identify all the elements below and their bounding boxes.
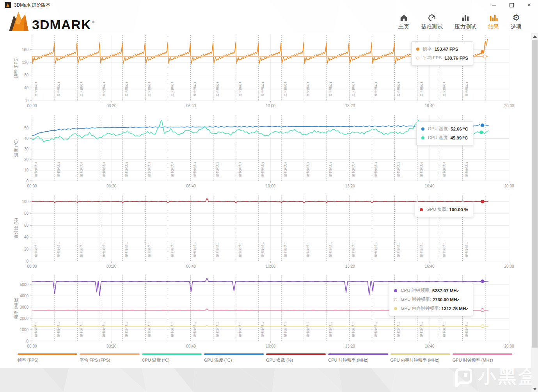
legend-value: 100.00 % [449,207,468,212]
svg-text:13:20: 13:20 [345,184,355,188]
options-icon: ⚙ [512,13,520,22]
svg-text:50: 50 [24,126,29,130]
svg-text:13:20: 13:20 [345,104,355,108]
svg-text:00:00: 00:00 [27,104,37,108]
series-dot-icon [420,208,423,211]
chart-1-legend-tooltip: 帧率: 153.47 FPS 平均 FPS: 138.76 FPS [411,41,474,65]
nav-item-results[interactable]: 结果 [488,13,499,30]
svg-text:16:40: 16:40 [425,264,435,268]
window-title: 3DMark 进阶版本 [14,2,50,9]
3dmark-flame-icon [8,12,30,31]
legend-row: CPU 温度: 45.99 °C [421,133,468,142]
svg-text:0: 0 [26,339,28,343]
svg-text:16:40: 16:40 [425,344,435,348]
bottom-legend-item-3[interactable]: GPU 温度 (°C) [204,353,264,363]
results-icon [489,13,498,22]
legend-label: 帧率: [423,46,433,52]
vertical-scrollbar[interactable] [531,34,538,392]
nav-item-label: 主页 [398,23,409,30]
series-color-bar [453,353,512,355]
svg-text:10:00: 10:00 [266,184,275,188]
legend-value: 1312.75 MHz [442,306,468,311]
svg-text:13:20: 13:20 [345,344,355,348]
chart-3-legend-tooltip: GPU 负载: 100.00 % [415,202,473,217]
series-dot-icon [421,127,424,131]
registered-mark: ® [92,20,94,24]
series-color-bar [18,353,77,355]
series-color-bar [80,353,139,355]
svg-text:20:00: 20:00 [504,104,514,108]
svg-text:10:00: 10:00 [266,104,275,108]
svg-text:4000: 4000 [20,294,29,298]
bottom-legend-item-5[interactable]: CPU 时钟频率 (MHz) [328,353,388,363]
series-dot-icon [394,298,397,301]
series-color-bar [204,353,264,355]
series-dot-icon [394,289,397,292]
nav-item-label: 基准测试 [421,23,443,30]
series-dot-icon [421,136,424,139]
svg-text:06:40: 06:40 [186,344,196,348]
svg-text:0: 0 [26,99,28,103]
app-icon [5,2,11,8]
nav-item-home[interactable]: 主页 [398,13,409,30]
legend-row: GPU 内存时钟频率: 1312.75 MHz [394,304,468,313]
heybox-watermark: 小黑盒 [453,365,538,389]
svg-text:2000: 2000 [20,316,29,321]
scrollbar-down-arrow-icon[interactable] [533,388,537,390]
nav-item-options[interactable]: ⚙ 选项 [511,13,522,30]
svg-text:40: 40 [24,235,29,239]
bottom-legend-item-7[interactable]: GPU 时钟频率 (MHz) [453,353,512,363]
bottom-legend-item-4[interactable]: GPU 负载 (%) [266,353,326,363]
legend-row: GPU 温度: 52.66 °C [421,124,468,133]
nav-item-benchmark[interactable]: 基准测试 [421,13,443,30]
legend-label: 平均 FPS: [423,55,443,61]
maximize-icon [510,3,514,7]
legend-value: 52.66 °C [451,127,468,131]
3dmark-logo: 3DMARK ® [8,12,94,31]
svg-text:20: 20 [24,157,29,162]
legend-label: GPU 内存时钟频率: [401,305,440,311]
title-bar: 3DMark 进阶版本 ✕ [0,0,538,10]
legend-row: GPU 时钟频率: 2730.00 MHz [394,295,468,304]
bottom-legend-item-1[interactable]: 平均 FPS (FPS) [80,353,139,363]
scrollbar-up-arrow-icon[interactable] [533,35,537,38]
legend-label: GPU 时钟频率: [401,297,431,302]
legend-label: GPU 温度: [428,126,449,132]
minimize-button[interactable] [485,0,503,10]
series-label: CPU 时钟频率 (MHz) [328,357,388,363]
benchmark-icon [428,13,436,22]
svg-text:80: 80 [24,211,29,215]
home-icon [400,13,408,22]
svg-text:06:40: 06:40 [186,104,196,108]
svg-text:20:00: 20:00 [504,184,514,188]
svg-text:120: 120 [22,60,28,65]
legend-value: 2730.00 MHz [433,297,459,302]
close-button[interactable]: ✕ [520,0,538,10]
svg-text:100: 100 [22,200,28,204]
scrollbar-thumb[interactable] [532,40,538,348]
series-label: 平均 FPS (FPS) [80,357,139,363]
chart-4-legend-tooltip: CPU 时钟频率: 5287.07 MHz GPU 时钟频率: 2730.00 … [389,283,473,316]
svg-text:00:00: 00:00 [27,264,37,268]
svg-text:5000: 5000 [20,283,29,287]
app-header: 3DMARK ® 主页 基准测试 压力测试 结果⚙ 选项 [0,10,538,33]
nav-item-stress-test[interactable]: 压力测试 [455,13,476,30]
series-color-bar [391,353,450,355]
svg-text:00:00: 00:00 [27,344,37,348]
svg-text:频率 (MHz): 频率 (MHz) [14,298,18,319]
series-color-bar [142,353,202,355]
svg-text:40: 40 [24,136,29,141]
svg-text:16:40: 16:40 [425,104,435,108]
series-color-bar [266,353,326,355]
svg-text:帧率 (FPS): 帧率 (FPS) [14,57,18,78]
series-label: CPU 温度 (°C) [142,357,202,363]
maximize-button[interactable] [503,0,520,10]
svg-text:20:00: 20:00 [504,264,514,268]
svg-text:03:20: 03:20 [107,264,116,268]
nav-item-label: 选项 [511,23,522,30]
bottom-legend-item-0[interactable]: 帧率 (FPS) [18,353,77,363]
bottom-legend-item-6[interactable]: GPU 内存时钟频率 (MHz) [391,353,450,363]
bottom-legend-item-2[interactable]: CPU 温度 (°C) [142,353,202,363]
svg-text:20: 20 [24,247,29,251]
legend-label: CPU 时钟频率: [401,288,431,293]
